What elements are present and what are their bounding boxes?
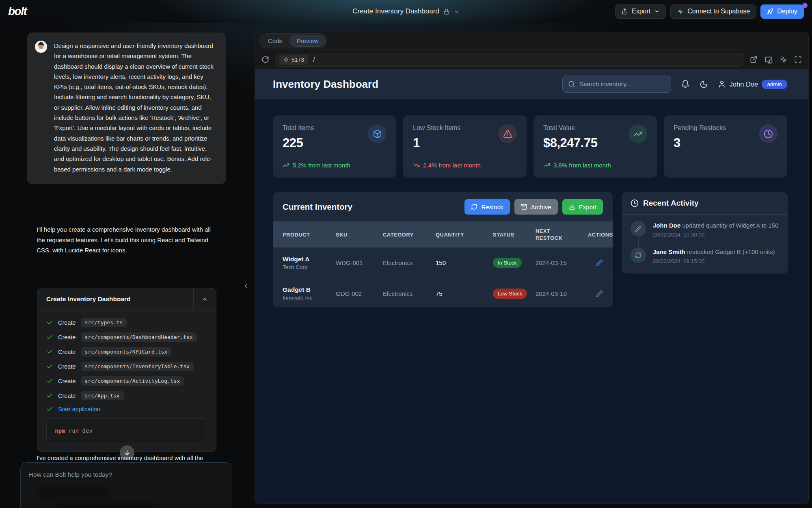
open-external-icon[interactable]	[750, 56, 758, 63]
share-icon	[622, 8, 628, 15]
status-badge: In Stock	[493, 258, 522, 268]
export-table-button[interactable]: Export	[562, 199, 603, 215]
inspector-cursor-icon[interactable]	[780, 56, 787, 63]
chevron-up-icon	[201, 296, 208, 303]
file-chip[interactable]: src/components/InventoryTable.tsx	[81, 362, 194, 371]
tab-code[interactable]: Code	[261, 35, 289, 46]
edit-row-icon[interactable]	[596, 259, 603, 266]
kpi-row: Total Items 225 5.2% from last month	[273, 115, 787, 178]
kpi-card-total-value: Total Value $8,247.75 3.8% from last mon…	[533, 115, 657, 178]
inventory-search[interactable]	[562, 76, 671, 93]
alert-triangle-icon	[498, 124, 517, 143]
restock-button[interactable]: Restock	[464, 199, 510, 215]
trending-down-icon	[413, 162, 420, 169]
check-icon	[46, 378, 53, 384]
inventory-title: Current Inventory	[283, 202, 352, 212]
edit-row-icon[interactable]	[596, 290, 603, 297]
artifact-collapse-button[interactable]	[193, 288, 216, 310]
artifact-action: Create src/components/DashboardHeader.ts…	[46, 332, 207, 342]
chat-panel: Design a responsive and user-friendly in…	[0, 23, 253, 508]
file-chip[interactable]: src/components/KPICard.tsx	[81, 347, 172, 356]
notification-dot	[802, 3, 808, 8]
preview-url-bar: 5173 /	[255, 50, 808, 69]
bolt-logo[interactable]: bolt	[8, 5, 26, 18]
user-avatar	[35, 41, 47, 53]
blurred-text	[39, 486, 109, 499]
chat-input[interactable]	[29, 471, 216, 478]
port-icon	[283, 57, 289, 62]
chat-input-box[interactable]	[20, 462, 232, 508]
check-icon	[46, 363, 53, 370]
fullscreen-icon[interactable]	[794, 56, 802, 63]
chevron-down-icon[interactable]	[454, 9, 460, 15]
file-chip[interactable]: src/components/ActivityLog.tsx	[81, 376, 184, 386]
check-icon	[46, 319, 53, 326]
project-title: Create Inventory Dashboard	[352, 7, 439, 15]
check-icon	[46, 392, 53, 399]
notifications-bell-icon[interactable]	[681, 80, 690, 89]
assistant-intro: I'll help you create a comprehensive inv…	[37, 224, 215, 256]
search-icon	[568, 80, 575, 88]
package-icon	[368, 124, 387, 143]
project-title-menu[interactable]: Create Inventory Dashboard	[352, 0, 460, 23]
assistant-outro: I've created a comprehensive inventory d…	[37, 454, 219, 461]
dashboard-title: Inventory Dashboard	[273, 78, 378, 91]
blurred-text	[52, 504, 161, 508]
inventory-search-input[interactable]	[579, 80, 665, 88]
table-row: Widget A Tech Corp WDG-001 Electronics 1…	[273, 247, 613, 278]
responsive-devices-icon[interactable]	[764, 56, 773, 64]
download-icon	[569, 204, 575, 210]
table-row: Gadget B Innovate Inc GDG-002 Electronic…	[273, 278, 613, 307]
file-chip[interactable]: src/components/DashboardHeader.tsx	[81, 332, 197, 342]
dashboard-header: Inventory Dashboard John Doe	[255, 69, 808, 99]
file-chip[interactable]: src/types.ts	[81, 318, 127, 327]
trending-up-icon	[628, 124, 647, 143]
start-application-row: Start application	[46, 406, 207, 412]
dark-mode-toggle-icon[interactable]	[700, 80, 708, 89]
reload-icon[interactable]	[261, 56, 269, 63]
artifact-card: Create Inventory Dashboard Create src/ty…	[37, 288, 216, 452]
rocket-icon	[767, 8, 773, 15]
terminal-command: npm run dev	[46, 418, 207, 443]
check-icon	[46, 348, 53, 355]
tab-preview[interactable]: Preview	[289, 35, 326, 47]
recent-activity-panel: Recent Activity John Doe	[622, 192, 788, 274]
user-menu[interactable]: John Doe admin	[718, 80, 787, 89]
artifact-title: Create Inventory Dashboard	[37, 288, 193, 310]
table-header-row: Product SKU Category Quantity Status Nex…	[273, 221, 613, 247]
url-input[interactable]: 5173 /	[275, 53, 744, 67]
kpi-card-low-stock: Low Stock Items 1 2.4% from last month	[403, 115, 527, 178]
clock-icon	[631, 199, 639, 207]
port-chip[interactable]: 5173	[279, 55, 308, 65]
archive-button[interactable]: Archive	[514, 199, 558, 215]
check-icon	[46, 334, 53, 341]
preview-viewport: Inventory Dashboard John Doe	[255, 69, 808, 504]
start-application-link[interactable]: Start application	[58, 406, 100, 412]
deploy-button[interactable]: Deploy	[760, 4, 804, 19]
kpi-card-pending-restocks: Pending Restocks 3	[664, 115, 787, 178]
export-button[interactable]: Export	[615, 4, 666, 19]
activity-title: Recent Activity	[643, 199, 699, 208]
top-bar: bolt Create Inventory Dashboard Export C…	[0, 0, 812, 23]
lock-icon	[443, 9, 449, 15]
bolt-app: bolt Create Inventory Dashboard Export C…	[0, 0, 812, 508]
check-icon	[46, 406, 53, 412]
clock-icon	[759, 124, 777, 143]
kpi-card-total-items: Total Items 225 5.2% from last month	[273, 115, 396, 178]
activity-item: Jane Smith restocked Gadget B (+100 unit…	[631, 247, 779, 264]
supabase-icon	[677, 8, 684, 15]
user-message: Design a responsive and user-friendly in…	[27, 33, 226, 184]
chevron-down-icon	[654, 9, 660, 14]
user-icon	[718, 80, 726, 88]
activity-timestamp: 20/02/2024, 09:15:00	[653, 258, 775, 264]
url-path: /	[313, 56, 315, 63]
artifact-action: Create src/types.ts	[46, 318, 207, 327]
refresh-icon	[471, 204, 477, 210]
workbench-tab-bar: Code Preview	[255, 32, 808, 50]
file-chip[interactable]: src/App.tsx	[81, 391, 124, 400]
connect-supabase-button[interactable]: Connect to Supabase	[670, 4, 756, 19]
kpi-change: 2.4% from last month	[413, 162, 517, 169]
trending-up-icon	[543, 162, 550, 169]
collapse-chat-button[interactable]	[242, 282, 250, 290]
edit-activity-icon	[631, 221, 646, 237]
